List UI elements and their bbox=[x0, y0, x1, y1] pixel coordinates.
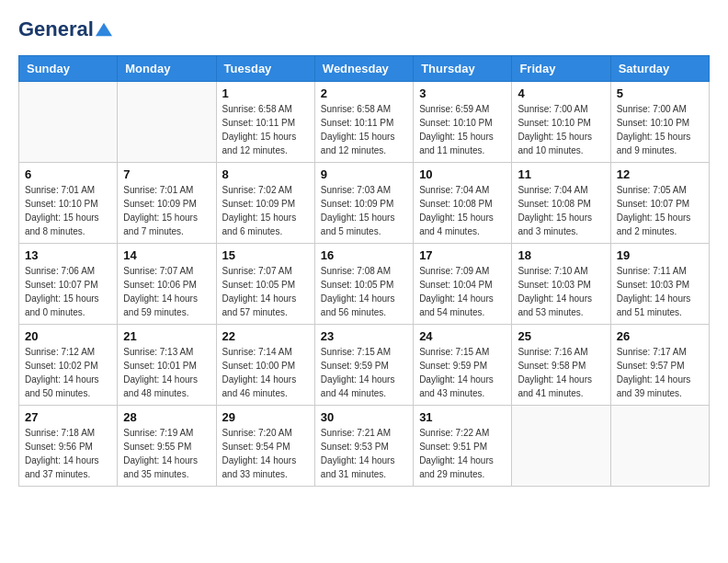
day-number: 10 bbox=[419, 167, 506, 181]
day-number: 28 bbox=[123, 410, 210, 424]
calendar-table: SundayMondayTuesdayWednesdayThursdayFrid… bbox=[18, 55, 710, 487]
logo-icon bbox=[96, 21, 112, 38]
day-number: 19 bbox=[617, 248, 703, 262]
day-detail: Sunrise: 6:58 AMSunset: 10:11 PMDaylight… bbox=[321, 102, 407, 157]
weekday-header-sunday: Sunday bbox=[19, 56, 118, 82]
day-detail: Sunrise: 7:01 AMSunset: 10:09 PMDaylight… bbox=[123, 183, 210, 238]
day-number: 21 bbox=[123, 329, 210, 343]
day-number: 11 bbox=[518, 167, 604, 181]
day-detail: Sunrise: 7:06 AMSunset: 10:07 PMDaylight… bbox=[25, 264, 111, 319]
weekday-header-friday: Friday bbox=[512, 56, 610, 82]
day-detail: Sunrise: 7:04 AMSunset: 10:08 PMDaylight… bbox=[419, 183, 506, 238]
day-detail: Sunrise: 7:19 AMSunset: 9:55 PMDaylight:… bbox=[123, 426, 210, 481]
day-detail: Sunrise: 7:14 AMSunset: 10:00 PMDaylight… bbox=[222, 345, 309, 400]
day-number: 24 bbox=[419, 329, 506, 343]
day-detail: Sunrise: 7:08 AMSunset: 10:05 PMDaylight… bbox=[321, 264, 407, 319]
day-number: 22 bbox=[222, 329, 309, 343]
day-detail: Sunrise: 7:00 AMSunset: 10:10 PMDaylight… bbox=[518, 102, 604, 157]
day-number: 31 bbox=[419, 410, 506, 424]
day-detail: Sunrise: 7:00 AMSunset: 10:10 PMDaylight… bbox=[617, 102, 703, 157]
day-detail: Sunrise: 7:09 AMSunset: 10:04 PMDaylight… bbox=[419, 264, 506, 319]
day-detail: Sunrise: 7:20 AMSunset: 9:54 PMDaylight:… bbox=[222, 426, 309, 481]
weekday-header-row: SundayMondayTuesdayWednesdayThursdayFrid… bbox=[19, 56, 710, 82]
day-number: 4 bbox=[518, 86, 604, 100]
day-number: 6 bbox=[25, 167, 111, 181]
day-number: 2 bbox=[321, 86, 407, 100]
day-detail: Sunrise: 7:15 AMSunset: 9:59 PMDaylight:… bbox=[321, 345, 407, 400]
calendar-cell: 12Sunrise: 7:05 AMSunset: 10:07 PMDaylig… bbox=[610, 163, 709, 244]
day-number: 15 bbox=[222, 248, 309, 262]
day-detail: Sunrise: 7:07 AMSunset: 10:05 PMDaylight… bbox=[222, 264, 309, 319]
weekday-header-thursday: Thursday bbox=[414, 56, 512, 82]
calendar-cell: 31Sunrise: 7:22 AMSunset: 9:51 PMDayligh… bbox=[414, 406, 512, 487]
day-detail: Sunrise: 7:05 AMSunset: 10:07 PMDaylight… bbox=[617, 183, 703, 238]
day-number: 9 bbox=[321, 167, 407, 181]
calendar-cell: 28Sunrise: 7:19 AMSunset: 9:55 PMDayligh… bbox=[118, 406, 216, 487]
calendar-cell: 3Sunrise: 6:59 AMSunset: 10:10 PMDayligh… bbox=[414, 82, 512, 163]
day-detail: Sunrise: 7:16 AMSunset: 9:58 PMDaylight:… bbox=[518, 345, 604, 400]
day-number: 27 bbox=[25, 410, 111, 424]
day-detail: Sunrise: 6:59 AMSunset: 10:10 PMDaylight… bbox=[419, 102, 506, 157]
day-number: 8 bbox=[222, 167, 309, 181]
calendar-cell bbox=[19, 82, 118, 163]
weekday-header-tuesday: Tuesday bbox=[216, 56, 314, 82]
calendar-cell: 15Sunrise: 7:07 AMSunset: 10:05 PMDaylig… bbox=[216, 244, 314, 325]
day-number: 18 bbox=[518, 248, 604, 262]
calendar-cell: 5Sunrise: 7:00 AMSunset: 10:10 PMDayligh… bbox=[610, 82, 709, 163]
calendar-cell: 13Sunrise: 7:06 AMSunset: 10:07 PMDaylig… bbox=[19, 244, 118, 325]
day-number: 13 bbox=[25, 248, 111, 262]
day-detail: Sunrise: 7:18 AMSunset: 9:56 PMDaylight:… bbox=[25, 426, 111, 481]
logo: General bbox=[18, 18, 112, 40]
calendar-cell: 9Sunrise: 7:03 AMSunset: 10:09 PMDayligh… bbox=[314, 163, 413, 244]
calendar-cell: 30Sunrise: 7:21 AMSunset: 9:53 PMDayligh… bbox=[314, 406, 413, 487]
calendar-cell: 7Sunrise: 7:01 AMSunset: 10:09 PMDayligh… bbox=[118, 163, 216, 244]
day-number: 3 bbox=[419, 86, 506, 100]
calendar-cell: 20Sunrise: 7:12 AMSunset: 10:02 PMDaylig… bbox=[19, 325, 118, 406]
calendar-cell: 19Sunrise: 7:11 AMSunset: 10:03 PMDaylig… bbox=[610, 244, 709, 325]
calendar-cell: 1Sunrise: 6:58 AMSunset: 10:11 PMDayligh… bbox=[216, 82, 314, 163]
day-number: 7 bbox=[123, 167, 210, 181]
calendar-cell: 11Sunrise: 7:04 AMSunset: 10:08 PMDaylig… bbox=[512, 163, 610, 244]
day-number: 16 bbox=[321, 248, 407, 262]
calendar-cell bbox=[610, 406, 709, 487]
calendar-cell: 29Sunrise: 7:20 AMSunset: 9:54 PMDayligh… bbox=[216, 406, 314, 487]
calendar-cell: 2Sunrise: 6:58 AMSunset: 10:11 PMDayligh… bbox=[314, 82, 413, 163]
day-detail: Sunrise: 7:17 AMSunset: 9:57 PMDaylight:… bbox=[617, 345, 703, 400]
day-detail: Sunrise: 7:10 AMSunset: 10:03 PMDaylight… bbox=[518, 264, 604, 319]
calendar-cell: 27Sunrise: 7:18 AMSunset: 9:56 PMDayligh… bbox=[19, 406, 118, 487]
day-number: 1 bbox=[222, 86, 309, 100]
calendar-cell: 6Sunrise: 7:01 AMSunset: 10:10 PMDayligh… bbox=[19, 163, 118, 244]
calendar-cell: 17Sunrise: 7:09 AMSunset: 10:04 PMDaylig… bbox=[414, 244, 512, 325]
weekday-header-wednesday: Wednesday bbox=[314, 56, 413, 82]
week-row-5: 27Sunrise: 7:18 AMSunset: 9:56 PMDayligh… bbox=[19, 406, 710, 487]
calendar-cell: 10Sunrise: 7:04 AMSunset: 10:08 PMDaylig… bbox=[414, 163, 512, 244]
day-detail: Sunrise: 7:21 AMSunset: 9:53 PMDaylight:… bbox=[321, 426, 407, 481]
calendar-cell: 4Sunrise: 7:00 AMSunset: 10:10 PMDayligh… bbox=[512, 82, 610, 163]
day-detail: Sunrise: 7:11 AMSunset: 10:03 PMDaylight… bbox=[617, 264, 703, 319]
day-number: 14 bbox=[123, 248, 210, 262]
day-detail: Sunrise: 7:15 AMSunset: 9:59 PMDaylight:… bbox=[419, 345, 506, 400]
calendar-cell: 26Sunrise: 7:17 AMSunset: 9:57 PMDayligh… bbox=[610, 325, 709, 406]
week-row-1: 1Sunrise: 6:58 AMSunset: 10:11 PMDayligh… bbox=[19, 82, 710, 163]
calendar-cell: 16Sunrise: 7:08 AMSunset: 10:05 PMDaylig… bbox=[314, 244, 413, 325]
svg-marker-0 bbox=[96, 23, 112, 36]
calendar-cell bbox=[512, 406, 610, 487]
day-detail: Sunrise: 6:58 AMSunset: 10:11 PMDaylight… bbox=[222, 102, 309, 157]
day-detail: Sunrise: 7:22 AMSunset: 9:51 PMDaylight:… bbox=[419, 426, 506, 481]
calendar-cell: 14Sunrise: 7:07 AMSunset: 10:06 PMDaylig… bbox=[118, 244, 216, 325]
day-number: 23 bbox=[321, 329, 407, 343]
calendar-cell: 21Sunrise: 7:13 AMSunset: 10:01 PMDaylig… bbox=[118, 325, 216, 406]
calendar-cell: 25Sunrise: 7:16 AMSunset: 9:58 PMDayligh… bbox=[512, 325, 610, 406]
calendar-cell: 8Sunrise: 7:02 AMSunset: 10:09 PMDayligh… bbox=[216, 163, 314, 244]
day-detail: Sunrise: 7:02 AMSunset: 10:09 PMDaylight… bbox=[222, 183, 309, 238]
day-number: 12 bbox=[617, 167, 703, 181]
day-detail: Sunrise: 7:07 AMSunset: 10:06 PMDaylight… bbox=[123, 264, 210, 319]
day-detail: Sunrise: 7:13 AMSunset: 10:01 PMDaylight… bbox=[123, 345, 210, 400]
day-detail: Sunrise: 7:01 AMSunset: 10:10 PMDaylight… bbox=[25, 183, 111, 238]
day-detail: Sunrise: 7:03 AMSunset: 10:09 PMDaylight… bbox=[321, 183, 407, 238]
day-number: 20 bbox=[25, 329, 111, 343]
calendar-cell bbox=[118, 82, 216, 163]
day-detail: Sunrise: 7:12 AMSunset: 10:02 PMDaylight… bbox=[25, 345, 111, 400]
logo-text-general: General bbox=[18, 18, 94, 40]
page-header: General bbox=[18, 18, 710, 40]
